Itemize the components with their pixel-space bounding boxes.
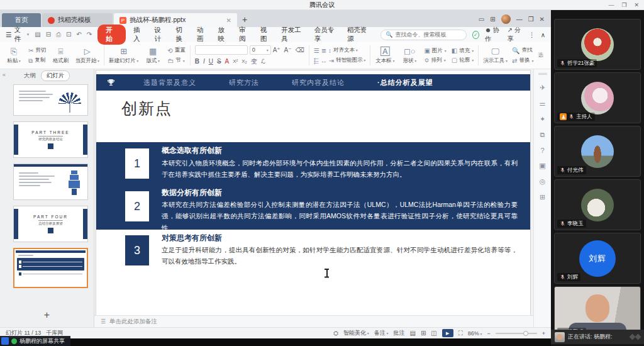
align-text-button[interactable]: 对齐文本: [333, 47, 358, 54]
image-tool-icon[interactable]: ▣: [539, 162, 545, 170]
collapse-ribbon-icon[interactable]: ∧: [541, 31, 545, 38]
menu-tab-review[interactable]: 审阅: [237, 26, 253, 43]
screen-share-overlay[interactable]: 杨鹏程的屏幕共享: [0, 336, 70, 346]
play-current-button[interactable]: ▷当页开始: [75, 47, 99, 65]
cloud-sync-icon[interactable]: ✓: [472, 31, 479, 39]
collapse-panel-icon[interactable]: «: [3, 72, 6, 78]
underline-button[interactable]: U: [209, 58, 213, 65]
sorter-view-icon[interactable]: ⊞: [421, 330, 426, 337]
highlight-button[interactable]: ℒ: [261, 58, 265, 65]
more-menu-icon[interactable]: ⋮: [529, 31, 535, 38]
meeting-restore-button[interactable]: ❐: [621, 2, 626, 8]
font-family-combobox[interactable]: [195, 45, 248, 55]
tab-home[interactable]: 首页: [2, 13, 41, 27]
menu-tab-docer-resources[interactable]: 稻壳资源: [345, 26, 372, 43]
zoom-level[interactable]: 86%: [468, 330, 482, 337]
new-slide-button[interactable]: ⊞新建幻灯片: [109, 47, 138, 65]
line-spacing-icon[interactable]: ↕: [328, 47, 331, 54]
participant-tile[interactable]: 哲学21张豪: [554, 19, 641, 70]
search-input[interactable]: [395, 31, 461, 38]
section-button[interactable]: 🗀节: [167, 57, 185, 64]
properties-icon[interactable]: ⚌: [540, 99, 546, 108]
align-left-icon[interactable]: ⬱: [314, 57, 319, 64]
subscript-button[interactable]: X₂: [242, 59, 247, 64]
menu-tab-slideshow[interactable]: 放映: [216, 26, 231, 43]
command-search-box[interactable]: 🔍: [380, 30, 467, 40]
smart-art-button[interactable]: 转智能图示: [336, 57, 365, 64]
collab-button[interactable]: ☻ 协作: [485, 26, 502, 43]
slideshow-play-button[interactable]: ▶: [442, 329, 453, 337]
tab-outline[interactable]: 大纲: [24, 72, 36, 80]
paste-button[interactable]: ⎘粘贴: [4, 47, 24, 65]
zoom-in-button[interactable]: +: [542, 330, 545, 337]
layout-button[interactable]: ▦版式: [143, 47, 163, 65]
present-tools-button[interactable]: 🖵演示工具: [483, 47, 508, 65]
zoom-out-button[interactable]: −: [487, 330, 490, 337]
indent-icon[interactable]: ⇥: [329, 57, 334, 64]
quick-share-icon[interactable]: ✈: [540, 84, 545, 92]
rail-handle[interactable]: [538, 73, 547, 75]
font-size-combobox[interactable]: 0▾: [250, 45, 271, 55]
add-slide-button[interactable]: +: [0, 310, 94, 321]
participant-tile[interactable]: 李晓玉: [554, 179, 641, 230]
help-icon[interactable]: ?: [540, 147, 544, 154]
menu-tab-transition[interactable]: 切换: [174, 26, 189, 43]
effects-icon[interactable]: ✦: [540, 115, 545, 123]
thumbnail-slide-11-current[interactable]: 11: [13, 248, 88, 288]
participant-tile[interactable]: 主持人: [554, 72, 641, 123]
copy-button[interactable]: ⧉复制: [28, 57, 46, 64]
find-button[interactable]: 🔍查找: [512, 47, 533, 54]
normal-view-icon[interactable]: ▤: [409, 330, 415, 337]
zoom-slider[interactable]: [496, 333, 537, 334]
font-decrease-icon[interactable]: A⁻: [284, 47, 292, 53]
select-label-clipped[interactable]: 选: [538, 52, 543, 59]
font-increase-icon[interactable]: A⁺: [273, 47, 280, 53]
share-button[interactable]: ↗ 分享: [508, 26, 523, 43]
slide-canvas[interactable]: 选题背景及意义 研究方法 研究内容及结论 ·总结分析及展望 创新点 1 概念选取…: [96, 70, 530, 315]
clear-format-icon[interactable]: ⌫: [296, 47, 304, 53]
outline-button[interactable]: ▢轮廓: [452, 57, 474, 64]
cut-button[interactable]: ✂剪切: [28, 47, 46, 54]
wps-restore-button[interactable]: ❐: [528, 16, 534, 23]
numbering-icon[interactable]: ≣: [321, 47, 326, 54]
participant-tile[interactable]: 付光伟: [554, 126, 641, 177]
meeting-close-button[interactable]: ✕: [634, 2, 639, 8]
thumbnail-slide-7[interactable]: [13, 84, 88, 116]
fit-slide-icon[interactable]: ⛶: [458, 330, 463, 337]
fill-button[interactable]: ◧填充: [452, 47, 474, 55]
thumbnail-slide-9[interactable]: 9: [13, 164, 88, 200]
participant-tile[interactable]: 刘辉 刘辉: [554, 233, 641, 284]
undo-icon[interactable]: ↶: [76, 31, 81, 38]
zoom-slider-knob[interactable]: [523, 331, 528, 336]
menu-tab-design[interactable]: 设计: [153, 26, 169, 43]
shape-button[interactable]: ◻○形状: [399, 47, 419, 65]
file-menu[interactable]: ☰ 文件 ▾: [6, 26, 29, 43]
tab-close-icon[interactable]: ✕: [226, 17, 231, 24]
output-icon[interactable]: ⊟: [46, 31, 51, 38]
save-icon[interactable]: ▤: [35, 31, 40, 38]
tab-document[interactable]: P 挑战杯-杨鹏程.pptx ✕: [114, 13, 237, 27]
format-painter-button[interactable]: ⌸格式刷: [50, 47, 70, 65]
beautify-icon[interactable]: ⛭: [333, 330, 338, 337]
wps-account-avatar[interactable]: [501, 14, 511, 24]
picture-button[interactable]: ▣图片: [424, 47, 446, 55]
menu-tab-member[interactable]: 会员专享: [313, 26, 340, 43]
menu-tab-start[interactable]: 开始: [97, 25, 126, 45]
text-effects-button[interactable]: 变: [251, 57, 257, 66]
new-tab-button[interactable]: +: [242, 14, 247, 25]
notes-bar[interactable]: ☰ 单击此处添加备注: [94, 315, 533, 327]
reading-view-icon[interactable]: ◫: [431, 330, 436, 337]
wps-close-button[interactable]: ✕: [540, 16, 545, 23]
preview-icon[interactable]: ⊡: [66, 31, 71, 38]
wps-minimize-button[interactable]: —: [516, 16, 523, 23]
objects-icon[interactable]: ⧉: [540, 131, 545, 139]
color-wheel-icon[interactable]: ◎: [540, 177, 546, 186]
thumbnail-slide-8[interactable]: 8 PART THREE 研究内容及结论: [13, 121, 88, 158]
bold-button[interactable]: B: [195, 58, 199, 65]
screen-record-icon[interactable]: ⊞: [540, 193, 545, 201]
notes-toggle-button[interactable]: 备注: [374, 329, 389, 337]
print-icon[interactable]: ⎙: [56, 31, 61, 38]
beautify-button[interactable]: 智能美化: [343, 329, 369, 337]
italic-button[interactable]: I: [203, 58, 205, 65]
superscript-button[interactable]: X²: [233, 59, 238, 64]
